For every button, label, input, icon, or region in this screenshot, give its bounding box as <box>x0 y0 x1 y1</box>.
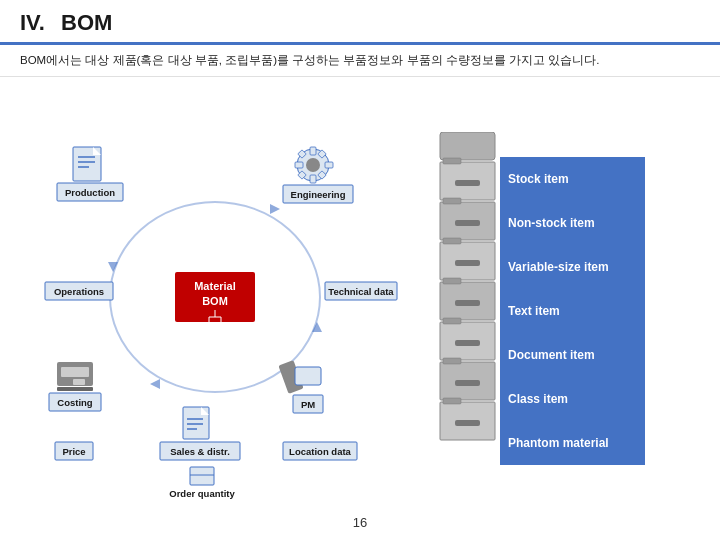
item-variable: Variable-size item <box>500 245 645 289</box>
svg-text:Costing: Costing <box>57 397 93 408</box>
svg-rect-38 <box>57 387 93 391</box>
right-panel: Stock item Non-stock item Variable-size … <box>435 87 705 507</box>
svg-rect-56 <box>190 467 214 485</box>
svg-rect-23 <box>295 162 303 168</box>
item-list: Stock item Non-stock item Variable-size … <box>500 129 645 465</box>
page-title: IV. BOM <box>20 10 112 35</box>
bom-diagram-svg: Material BOM Production <box>35 127 405 467</box>
svg-text:Production: Production <box>65 187 115 198</box>
item-stock: Stock item <box>500 157 645 201</box>
item-phantom: Phantom material <box>500 421 645 465</box>
svg-rect-63 <box>455 220 480 226</box>
svg-text:Location data: Location data <box>289 446 351 457</box>
svg-rect-75 <box>443 198 461 204</box>
svg-rect-73 <box>455 420 480 426</box>
svg-text:Operations: Operations <box>54 286 104 297</box>
svg-rect-61 <box>455 180 480 186</box>
page-footer: 16 <box>0 515 720 530</box>
svg-rect-65 <box>455 260 480 266</box>
svg-marker-1 <box>270 204 280 214</box>
svg-text:Material: Material <box>194 280 236 292</box>
svg-rect-76 <box>443 238 461 244</box>
svg-rect-42 <box>295 367 321 385</box>
svg-text:Engineering: Engineering <box>291 189 346 200</box>
svg-marker-2 <box>312 322 322 332</box>
subtitle-text: BOM에서는 대상 제품(혹은 대상 부품, 조립부품)를 구성하는 부품정보와… <box>20 54 599 66</box>
main-content: Material BOM Production <box>0 77 720 517</box>
item-document: Document item <box>500 333 645 377</box>
svg-text:PM: PM <box>301 399 315 410</box>
svg-point-20 <box>306 158 320 172</box>
item-class: Class item <box>500 377 645 421</box>
section-title: BOM <box>61 10 112 35</box>
svg-rect-59 <box>440 132 495 160</box>
svg-rect-69 <box>455 340 480 346</box>
page-number: 16 <box>353 515 367 530</box>
svg-text:Order quantity: Order quantity <box>169 488 235 499</box>
svg-rect-36 <box>61 367 89 377</box>
svg-rect-80 <box>443 398 461 404</box>
item-nonstock: Non-stock item <box>500 201 645 245</box>
svg-rect-79 <box>443 358 461 364</box>
svg-rect-77 <box>443 278 461 284</box>
bom-diagram-area: Material BOM Production <box>15 87 425 507</box>
svg-rect-21 <box>310 147 316 155</box>
filing-cabinet <box>435 132 500 462</box>
svg-text:Sales & distr.: Sales & distr. <box>170 446 230 457</box>
svg-rect-22 <box>310 175 316 183</box>
svg-text:Price: Price <box>62 446 85 457</box>
svg-rect-78 <box>443 318 461 324</box>
svg-rect-37 <box>73 379 85 385</box>
svg-rect-67 <box>455 300 480 306</box>
item-text: Text item <box>500 289 645 333</box>
header: IV. BOM <box>0 0 720 45</box>
svg-text:Technical data: Technical data <box>328 286 394 297</box>
svg-rect-24 <box>325 162 333 168</box>
subtitle-bar: BOM에서는 대상 제품(혹은 대상 부품, 조립부품)를 구성하는 부품정보와… <box>0 45 720 77</box>
svg-marker-4 <box>108 262 118 272</box>
section-numeral: IV. <box>20 10 45 35</box>
svg-rect-74 <box>443 158 461 164</box>
svg-rect-71 <box>455 380 480 386</box>
svg-text:BOM: BOM <box>202 295 228 307</box>
svg-marker-3 <box>150 379 160 389</box>
